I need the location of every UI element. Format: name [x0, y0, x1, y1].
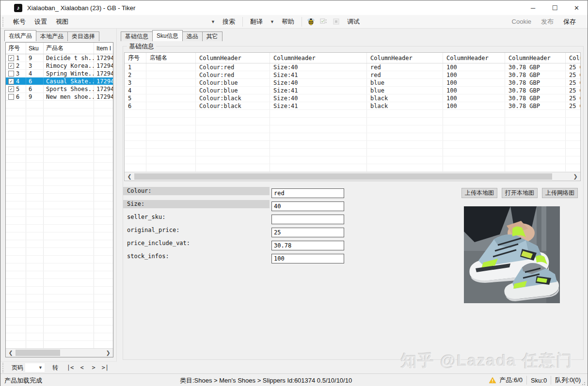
sku-row[interactable]: 3Colour:blueSize:40blue10030.78 GBP25 GB — [125, 79, 580, 87]
empty-row — [6, 155, 113, 163]
bee-icon[interactable] — [306, 17, 316, 27]
pager-nav-button-3[interactable]: >| — [100, 363, 111, 372]
sku-row[interactable]: 1Colour:redSize:40red10030.78 GBP25 GB — [125, 63, 580, 71]
resize-grip[interactable] — [582, 381, 587, 386]
tab-Sku信息[interactable]: Sku信息 — [152, 30, 183, 41]
tab-类目选择[interactable]: 类目选择 — [67, 31, 99, 41]
column-header[interactable]: ColumnHeader — [443, 53, 505, 63]
cookie-button[interactable]: Cookie — [507, 18, 536, 25]
menu-item-2[interactable]: 视图 — [51, 18, 73, 25]
tab-选品[interactable]: 选品 — [182, 31, 203, 41]
product-row[interactable]: ✓23Rimocy Korea...17294 — [6, 62, 113, 70]
row-checkbox[interactable] — [8, 71, 14, 77]
image-button-1[interactable]: 打开本地图 — [502, 188, 538, 198]
task-check-icon[interactable] — [319, 17, 329, 27]
menu-item-1[interactable]: 设置 — [30, 18, 51, 25]
field-input-colour[interactable] — [271, 188, 344, 198]
column-header[interactable]: 产品名 — [44, 43, 94, 54]
row-index-cell: ✓4 — [6, 77, 26, 85]
sku-cell: 25 GB — [566, 63, 580, 71]
pager-nav-button-0[interactable]: |< — [65, 363, 76, 372]
field-label: Size: — [123, 200, 270, 208]
scroll-right-icon[interactable]: ❯ — [571, 173, 580, 180]
help-button[interactable]: 帮助 — [277, 16, 299, 28]
image-button-2[interactable]: 上传网络图 — [542, 188, 578, 198]
product-row[interactable]: 34Spring Winte...17294 — [6, 70, 113, 77]
menu-item-0[interactable]: 帐号 — [9, 18, 30, 25]
scroll-right-icon[interactable]: ❯ — [103, 350, 113, 356]
translate-dropdown-icon[interactable]: ▼ — [267, 19, 277, 24]
empty-cell — [505, 125, 566, 133]
tab-基础信息[interactable]: 基础信息 — [121, 31, 153, 41]
column-header[interactable]: 序号 — [6, 43, 26, 54]
translate-button[interactable]: 翻译 — [246, 16, 267, 28]
field-input-stockinfos[interactable] — [271, 254, 344, 263]
scrollbar-thumb[interactable] — [16, 350, 60, 356]
scroll-left-icon[interactable]: ❮ — [6, 350, 16, 356]
sku-row[interactable]: 2Colour:redSize:41red10030.78 GBP25 GB — [125, 71, 580, 79]
stop-icon[interactable] — [332, 17, 341, 27]
field-input-sellersku[interactable] — [271, 215, 344, 224]
row-checkbox[interactable] — [8, 94, 14, 100]
empty-cell — [270, 164, 367, 171]
tab-其它[interactable]: 其它 — [202, 31, 222, 41]
empty-cell — [94, 248, 113, 255]
field-input-originalprice[interactable] — [271, 228, 344, 237]
empty-row — [6, 333, 113, 341]
debug-button[interactable]: 调试 — [343, 16, 364, 28]
sku-cell: 25 GB — [566, 87, 580, 94]
minimize-button[interactable]: ─ — [522, 0, 544, 15]
empty-cell — [44, 263, 94, 271]
product-row[interactable]: ✓46Casual Skate...17294 — [6, 77, 113, 85]
sku-cell: 30.78 GBP — [505, 79, 566, 86]
column-header[interactable]: 序号 — [125, 53, 146, 63]
field-input-size[interactable] — [271, 201, 344, 211]
column-header[interactable]: ColumnHeader — [367, 53, 443, 63]
menu-items: 帐号设置视图 — [9, 16, 73, 28]
search-scope-combo[interactable]: ▼ — [75, 17, 218, 27]
column-header[interactable]: Item I — [94, 43, 113, 54]
column-header[interactable]: Sku — [26, 43, 44, 54]
publish-button[interactable]: 发布 — [536, 17, 558, 26]
column-header[interactable]: 店铺名 — [146, 53, 196, 63]
sku-row[interactable]: 6Colour:blackSize:41black10030.78 GBP25 … — [125, 102, 580, 110]
tab-在线产品[interactable]: 在线产品 — [4, 30, 36, 41]
row-checkbox[interactable]: ✓ — [8, 63, 14, 69]
tab-本地产品[interactable]: 本地产品 — [36, 31, 68, 41]
empty-row — [6, 178, 113, 186]
page-number-combo[interactable]: ▼ — [25, 363, 45, 372]
row-checkbox[interactable]: ✓ — [8, 55, 14, 61]
field-label: Colour: — [123, 187, 270, 195]
column-header[interactable]: ColumnHeader — [196, 53, 270, 63]
sku-row[interactable]: 4Colour:blueSize:41blue10030.78 GBP25 GB — [125, 87, 580, 94]
row-checkbox[interactable]: ✓ — [8, 78, 14, 84]
column-header[interactable]: ColumnHeader — [270, 53, 367, 63]
scroll-left-icon[interactable]: ❮ — [125, 173, 134, 180]
row-checkbox[interactable]: ✓ — [8, 86, 14, 92]
maximize-button[interactable]: ☐ — [544, 0, 566, 15]
empty-cell — [94, 170, 113, 178]
empty-cell — [26, 310, 44, 317]
products-hscrollbar[interactable]: ❮ ❯ — [6, 348, 113, 357]
scrollbar-thumb[interactable] — [134, 173, 552, 180]
empty-row — [125, 125, 580, 133]
product-row[interactable]: 69New men shoe...17294 — [6, 93, 113, 101]
image-button-0[interactable]: 上传本地图 — [461, 188, 497, 198]
search-button[interactable]: 搜索 — [218, 16, 239, 28]
close-button[interactable]: ✕ — [566, 0, 588, 15]
empty-cell — [270, 133, 367, 140]
column-header[interactable]: ColumnHeader — [505, 53, 566, 63]
sku-row[interactable]: 5Colour:blackSize:40black10030.78 GBP25 … — [125, 94, 580, 102]
pager-nav-button-2[interactable]: > — [88, 363, 99, 372]
sku-cell: 6 — [125, 102, 146, 109]
column-header[interactable]: Colum — [566, 53, 580, 63]
field-input-priceincludevat[interactable] — [271, 241, 344, 250]
pager-nav-button-1[interactable]: < — [77, 363, 87, 372]
go-button[interactable]: 转 — [52, 364, 58, 372]
sku-hscrollbar[interactable]: ❮ ❯ — [125, 172, 580, 181]
empty-cell — [94, 232, 113, 240]
empty-cell — [6, 279, 26, 286]
save-button[interactable]: 保存 — [558, 17, 581, 26]
product-row[interactable]: ✓56Sports Shoes...17294 — [6, 85, 113, 93]
product-row[interactable]: ✓19Deicide t sh...17294 — [6, 54, 113, 62]
